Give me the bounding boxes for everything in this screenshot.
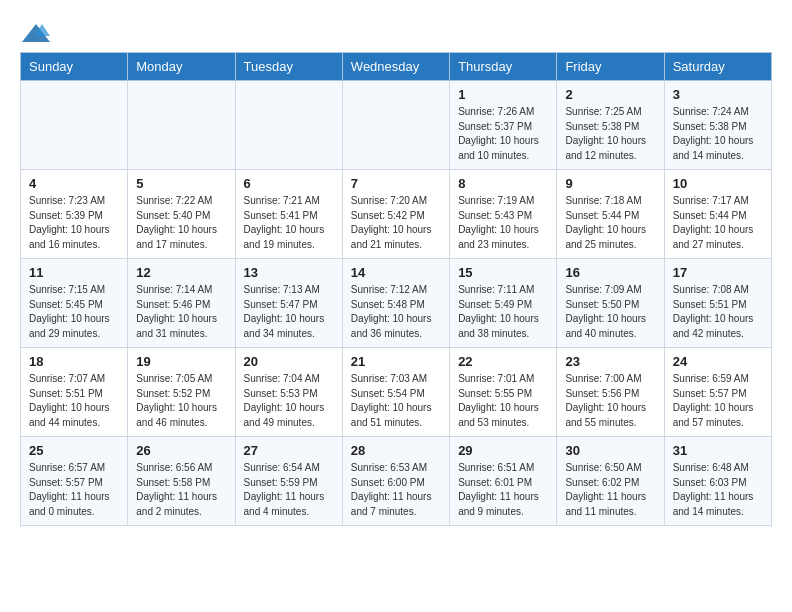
day-cell: 9Sunrise: 7:18 AM Sunset: 5:44 PM Daylig… xyxy=(557,170,664,259)
day-info: Sunrise: 7:14 AM Sunset: 5:46 PM Dayligh… xyxy=(136,283,226,341)
day-cell: 13Sunrise: 7:13 AM Sunset: 5:47 PM Dayli… xyxy=(235,259,342,348)
day-cell xyxy=(128,81,235,170)
day-cell: 26Sunrise: 6:56 AM Sunset: 5:58 PM Dayli… xyxy=(128,437,235,526)
day-number: 27 xyxy=(244,443,334,458)
day-cell: 22Sunrise: 7:01 AM Sunset: 5:55 PM Dayli… xyxy=(450,348,557,437)
day-number: 7 xyxy=(351,176,441,191)
day-cell: 27Sunrise: 6:54 AM Sunset: 5:59 PM Dayli… xyxy=(235,437,342,526)
week-row-5: 25Sunrise: 6:57 AM Sunset: 5:57 PM Dayli… xyxy=(21,437,772,526)
day-cell: 18Sunrise: 7:07 AM Sunset: 5:51 PM Dayli… xyxy=(21,348,128,437)
weekday-monday: Monday xyxy=(128,53,235,81)
day-cell xyxy=(342,81,449,170)
day-info: Sunrise: 6:54 AM Sunset: 5:59 PM Dayligh… xyxy=(244,461,334,519)
day-number: 9 xyxy=(565,176,655,191)
day-number: 15 xyxy=(458,265,548,280)
day-info: Sunrise: 7:03 AM Sunset: 5:54 PM Dayligh… xyxy=(351,372,441,430)
day-cell: 10Sunrise: 7:17 AM Sunset: 5:44 PM Dayli… xyxy=(664,170,771,259)
day-info: Sunrise: 7:23 AM Sunset: 5:39 PM Dayligh… xyxy=(29,194,119,252)
day-info: Sunrise: 7:11 AM Sunset: 5:49 PM Dayligh… xyxy=(458,283,548,341)
day-cell: 11Sunrise: 7:15 AM Sunset: 5:45 PM Dayli… xyxy=(21,259,128,348)
day-number: 23 xyxy=(565,354,655,369)
week-row-2: 4Sunrise: 7:23 AM Sunset: 5:39 PM Daylig… xyxy=(21,170,772,259)
day-number: 1 xyxy=(458,87,548,102)
weekday-friday: Friday xyxy=(557,53,664,81)
day-number: 22 xyxy=(458,354,548,369)
day-cell: 15Sunrise: 7:11 AM Sunset: 5:49 PM Dayli… xyxy=(450,259,557,348)
calendar-body: 1Sunrise: 7:26 AM Sunset: 5:37 PM Daylig… xyxy=(21,81,772,526)
day-info: Sunrise: 7:00 AM Sunset: 5:56 PM Dayligh… xyxy=(565,372,655,430)
weekday-sunday: Sunday xyxy=(21,53,128,81)
day-number: 30 xyxy=(565,443,655,458)
day-cell: 14Sunrise: 7:12 AM Sunset: 5:48 PM Dayli… xyxy=(342,259,449,348)
day-cell: 25Sunrise: 6:57 AM Sunset: 5:57 PM Dayli… xyxy=(21,437,128,526)
day-info: Sunrise: 7:04 AM Sunset: 5:53 PM Dayligh… xyxy=(244,372,334,430)
day-number: 16 xyxy=(565,265,655,280)
day-info: Sunrise: 7:09 AM Sunset: 5:50 PM Dayligh… xyxy=(565,283,655,341)
day-number: 4 xyxy=(29,176,119,191)
week-row-3: 11Sunrise: 7:15 AM Sunset: 5:45 PM Dayli… xyxy=(21,259,772,348)
day-cell: 7Sunrise: 7:20 AM Sunset: 5:42 PM Daylig… xyxy=(342,170,449,259)
day-number: 5 xyxy=(136,176,226,191)
day-info: Sunrise: 7:13 AM Sunset: 5:47 PM Dayligh… xyxy=(244,283,334,341)
day-number: 3 xyxy=(673,87,763,102)
day-cell: 23Sunrise: 7:00 AM Sunset: 5:56 PM Dayli… xyxy=(557,348,664,437)
day-number: 19 xyxy=(136,354,226,369)
day-number: 31 xyxy=(673,443,763,458)
day-info: Sunrise: 6:53 AM Sunset: 6:00 PM Dayligh… xyxy=(351,461,441,519)
day-number: 24 xyxy=(673,354,763,369)
day-info: Sunrise: 7:25 AM Sunset: 5:38 PM Dayligh… xyxy=(565,105,655,163)
logo xyxy=(20,20,50,42)
day-info: Sunrise: 7:17 AM Sunset: 5:44 PM Dayligh… xyxy=(673,194,763,252)
weekday-wednesday: Wednesday xyxy=(342,53,449,81)
day-cell: 29Sunrise: 6:51 AM Sunset: 6:01 PM Dayli… xyxy=(450,437,557,526)
weekday-tuesday: Tuesday xyxy=(235,53,342,81)
day-number: 11 xyxy=(29,265,119,280)
day-number: 29 xyxy=(458,443,548,458)
day-cell: 6Sunrise: 7:21 AM Sunset: 5:41 PM Daylig… xyxy=(235,170,342,259)
day-number: 14 xyxy=(351,265,441,280)
day-info: Sunrise: 7:24 AM Sunset: 5:38 PM Dayligh… xyxy=(673,105,763,163)
day-cell: 12Sunrise: 7:14 AM Sunset: 5:46 PM Dayli… xyxy=(128,259,235,348)
calendar-table: SundayMondayTuesdayWednesdayThursdayFrid… xyxy=(20,52,772,526)
week-row-1: 1Sunrise: 7:26 AM Sunset: 5:37 PM Daylig… xyxy=(21,81,772,170)
day-cell: 8Sunrise: 7:19 AM Sunset: 5:43 PM Daylig… xyxy=(450,170,557,259)
day-cell: 3Sunrise: 7:24 AM Sunset: 5:38 PM Daylig… xyxy=(664,81,771,170)
day-info: Sunrise: 7:26 AM Sunset: 5:37 PM Dayligh… xyxy=(458,105,548,163)
day-number: 25 xyxy=(29,443,119,458)
day-info: Sunrise: 6:57 AM Sunset: 5:57 PM Dayligh… xyxy=(29,461,119,519)
page-header xyxy=(20,20,772,42)
weekday-thursday: Thursday xyxy=(450,53,557,81)
day-cell: 28Sunrise: 6:53 AM Sunset: 6:00 PM Dayli… xyxy=(342,437,449,526)
day-info: Sunrise: 7:19 AM Sunset: 5:43 PM Dayligh… xyxy=(458,194,548,252)
day-info: Sunrise: 7:21 AM Sunset: 5:41 PM Dayligh… xyxy=(244,194,334,252)
day-info: Sunrise: 6:51 AM Sunset: 6:01 PM Dayligh… xyxy=(458,461,548,519)
day-info: Sunrise: 7:01 AM Sunset: 5:55 PM Dayligh… xyxy=(458,372,548,430)
day-number: 28 xyxy=(351,443,441,458)
day-info: Sunrise: 6:50 AM Sunset: 6:02 PM Dayligh… xyxy=(565,461,655,519)
day-number: 21 xyxy=(351,354,441,369)
day-info: Sunrise: 7:20 AM Sunset: 5:42 PM Dayligh… xyxy=(351,194,441,252)
week-row-4: 18Sunrise: 7:07 AM Sunset: 5:51 PM Dayli… xyxy=(21,348,772,437)
day-cell xyxy=(21,81,128,170)
day-info: Sunrise: 7:18 AM Sunset: 5:44 PM Dayligh… xyxy=(565,194,655,252)
day-cell: 24Sunrise: 6:59 AM Sunset: 5:57 PM Dayli… xyxy=(664,348,771,437)
day-info: Sunrise: 7:08 AM Sunset: 5:51 PM Dayligh… xyxy=(673,283,763,341)
day-cell: 20Sunrise: 7:04 AM Sunset: 5:53 PM Dayli… xyxy=(235,348,342,437)
day-info: Sunrise: 7:22 AM Sunset: 5:40 PM Dayligh… xyxy=(136,194,226,252)
day-number: 17 xyxy=(673,265,763,280)
day-cell: 17Sunrise: 7:08 AM Sunset: 5:51 PM Dayli… xyxy=(664,259,771,348)
day-cell: 31Sunrise: 6:48 AM Sunset: 6:03 PM Dayli… xyxy=(664,437,771,526)
day-number: 6 xyxy=(244,176,334,191)
day-cell: 21Sunrise: 7:03 AM Sunset: 5:54 PM Dayli… xyxy=(342,348,449,437)
day-info: Sunrise: 7:05 AM Sunset: 5:52 PM Dayligh… xyxy=(136,372,226,430)
day-info: Sunrise: 7:07 AM Sunset: 5:51 PM Dayligh… xyxy=(29,372,119,430)
day-number: 8 xyxy=(458,176,548,191)
day-cell xyxy=(235,81,342,170)
day-info: Sunrise: 6:56 AM Sunset: 5:58 PM Dayligh… xyxy=(136,461,226,519)
day-number: 10 xyxy=(673,176,763,191)
day-cell: 1Sunrise: 7:26 AM Sunset: 5:37 PM Daylig… xyxy=(450,81,557,170)
day-number: 18 xyxy=(29,354,119,369)
day-cell: 2Sunrise: 7:25 AM Sunset: 5:38 PM Daylig… xyxy=(557,81,664,170)
day-number: 26 xyxy=(136,443,226,458)
day-number: 20 xyxy=(244,354,334,369)
